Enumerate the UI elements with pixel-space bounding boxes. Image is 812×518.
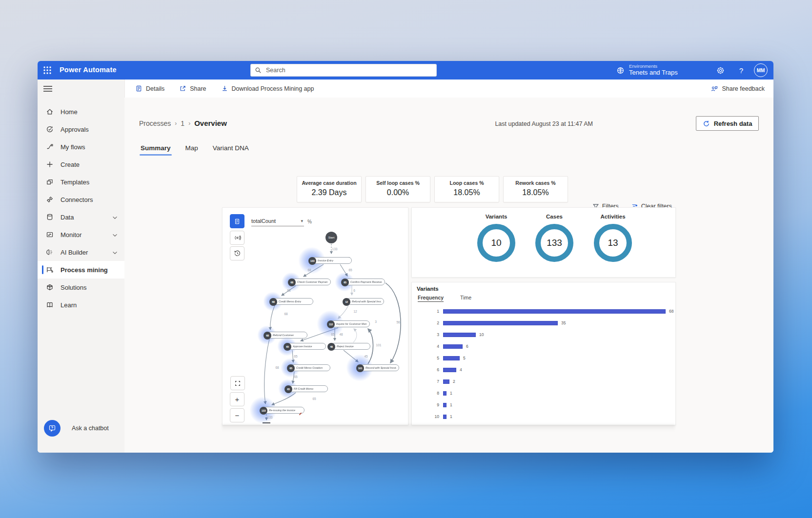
chatbot-label: Ask a chatbot [72,425,109,432]
sidebar-item-label: Templates [61,179,89,186]
map-node-refund-customer[interactable]: 68Refund Customer [267,332,307,339]
variant-bar[interactable] [443,415,447,419]
settings-gear-icon[interactable] [712,61,729,80]
tab-map[interactable]: Map [184,142,199,156]
variant-rank-label: 10 [412,414,439,419]
download-icon [221,85,228,92]
tab-summary[interactable]: Summary [140,142,172,156]
command-item-label: Download Process Mining app [232,85,314,92]
node-count-badge: 133 [260,407,267,415]
sidebar-item-data[interactable]: Data [38,208,124,226]
stat-ring: 10 [477,224,515,262]
kpi-card: Self loop cases %0.00% [365,176,430,202]
node-count-badge: 112 [327,320,335,328]
variant-row: 72 [412,376,675,387]
variants-bar-chart: 168235310465564728191101 [412,305,675,422]
variant-bar[interactable] [443,391,447,396]
refresh-icon [703,120,710,127]
variant-bar[interactable] [443,309,666,314]
breadcrumb-process-id[interactable]: 1 [181,120,184,127]
sidebar-item-label: My flows [61,143,85,151]
sidebar-item-my-flows[interactable]: My flows [38,138,124,156]
edge-count-label: 45 [364,355,367,358]
sidebar-item-label: Monitor [61,231,81,239]
map-zoom-out-button[interactable]: − [230,408,244,422]
sidebar-item-connectors[interactable]: Connectors [38,191,124,208]
command-share-button[interactable]: Share [179,85,206,92]
search-input[interactable] [265,66,432,74]
variants-tab-time[interactable]: Time [460,295,471,302]
pivot-tabs: SummaryMapVariant DNA [140,142,250,156]
kpi-value: 2.39 Days [297,188,361,197]
search-box[interactable] [250,64,437,77]
map-node-invoice-entry[interactable]: 133Invoice Entry [312,257,352,264]
node-label: Invoice Entry [318,259,333,262]
map-node-inquire-for-customer-memo[interactable]: 112Inquire for Customer Memo [330,320,370,327]
map-node-refund-with-special-invoice[interactable]: 12Refund with Special Invoice [346,298,384,305]
sidebar-item-label: Learn [61,301,77,309]
waffle-menu-icon[interactable] [43,66,52,75]
command-bar: DetailsShareDownload Process Mining app … [124,80,773,98]
map-node-fill-credit-memo[interactable]: 65Fill Credit Memo [288,385,328,392]
chevron-down-icon [112,231,118,239]
map-node-re-issuing-the-invoice[interactable]: 133Re-issuing the invoice [263,407,304,414]
variant-bar[interactable] [443,333,476,337]
kpi-cards: Average case duration2.39 DaysSelf loop … [297,176,568,202]
variant-row: 235 [412,317,675,329]
node-label: Refund Customer [273,334,294,337]
tab-variant-dna[interactable]: Variant DNA [212,142,250,156]
chatbot-button[interactable]: Ask a chatbot [38,418,124,439]
variant-rank-label: 5 [412,356,439,360]
variant-bar[interactable] [443,379,449,384]
share-feedback-button[interactable]: Share feedback [710,85,765,93]
map-node-approve-invoice[interactable]: 65Approve Invoice [287,343,326,350]
map-node-reject-invoice[interactable]: 48Reject Invoice [331,343,370,350]
map-start-node: Start [325,232,337,243]
sidebar-item-templates[interactable]: Templates [38,173,124,191]
refresh-data-button[interactable]: Refresh data [696,116,759,131]
stat-value: 13 [608,238,618,248]
map-node-confirm-payment-received[interactable]: 65Confirm Payment Received [345,279,385,285]
command-details-button[interactable]: Details [135,85,164,92]
node-label: Reject Invoice [337,345,354,348]
node-count-badge: 65 [341,279,349,286]
solutions-icon [46,283,54,292]
connectors-icon [46,196,54,204]
variant-row: 64 [412,364,675,376]
sidebar-item-monitor[interactable]: Monitor [38,226,124,243]
variant-bar[interactable] [443,344,463,349]
sidebar-item-solutions[interactable]: Solutions [38,279,124,296]
breadcrumb-processes[interactable]: Processes [139,120,171,127]
variant-bar[interactable] [443,356,460,360]
variant-value: 1 [450,402,452,407]
templates-icon [46,178,54,186]
edge-count-label: 101 [376,343,382,347]
command-download-button[interactable]: Download Process Mining app [221,85,314,92]
sidebar-item-ai-builder[interactable]: AI Builder [38,243,124,261]
hamburger-menu-icon[interactable] [43,85,53,93]
edit-pencil-icon [299,409,302,418]
map-node-credit-memo-entry[interactable]: 68Credit Memo Entry [273,298,313,305]
variants-tab-frequency[interactable]: Frequency [418,295,444,302]
sidebar-item-process-mining[interactable]: Process mining [38,261,124,279]
sidebar-item-approvals[interactable]: Approvals [38,120,124,138]
sidebar-item-home[interactable]: Home [38,103,124,120]
help-icon[interactable]: ? [733,61,750,80]
map-node-credit-memo-creation[interactable]: 65Credit Memo Creation [290,364,330,371]
map-zoom-in-button[interactable]: + [230,392,244,406]
map-fullscreen-button[interactable] [230,376,245,390]
map-node-record-with-special-invoice[interactable]: 101Record with Special Invoice [360,364,399,371]
map-node-check-customer-payment[interactable]: 68Check Customer Payment [291,279,331,285]
node-label: Credit Memo Entry [279,300,301,303]
sidebar-item-create[interactable]: Create [38,156,124,173]
variant-bar[interactable] [443,403,447,407]
avatar[interactable]: MM [754,63,768,77]
variant-rank-label: 8 [412,391,439,396]
feedback-icon [710,85,718,93]
node-count-badge: 68 [288,279,296,286]
environment-picker[interactable]: Environments Tenets and Traps [616,61,678,80]
sidebar-item-learn[interactable]: Learn [38,296,124,314]
variant-bar[interactable] [443,368,456,372]
variant-bar[interactable] [443,321,558,325]
create-icon [46,160,54,169]
